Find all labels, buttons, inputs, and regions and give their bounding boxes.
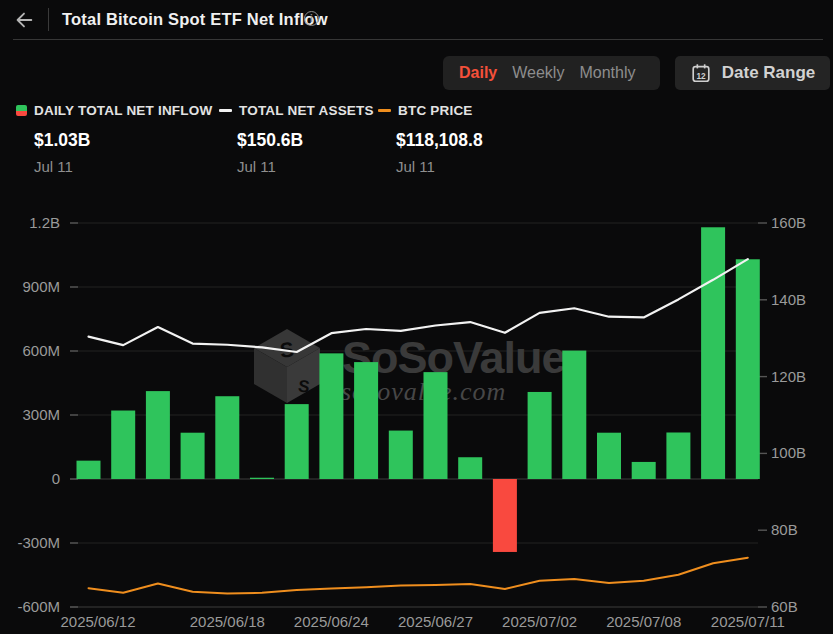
right-axis-tick: 160B	[771, 214, 806, 231]
x-axis-tick: 2025/07/08	[606, 613, 681, 630]
x-axis-labels: 2025/06/122025/06/182025/06/242025/06/27…	[60, 613, 784, 630]
watermark-logo-letter: S	[297, 376, 311, 396]
inflow-bar[interactable]	[493, 479, 517, 552]
right-axis-tick: 100B	[771, 444, 806, 461]
inflow-bar[interactable]	[111, 411, 135, 479]
inflow-bar[interactable]	[250, 478, 274, 479]
left-axis-tick: 0	[52, 470, 60, 487]
x-axis-tick: 2025/06/18	[190, 613, 265, 630]
inflow-bar[interactable]	[389, 431, 413, 479]
inflow-bar[interactable]	[632, 462, 656, 479]
inflow-bar[interactable]	[146, 391, 170, 479]
inflow-bar[interactable]	[354, 362, 378, 479]
inflow-bar[interactable]	[77, 461, 101, 479]
left-axis-tick: 1.2B	[29, 214, 60, 231]
inflow-bar[interactable]	[528, 392, 552, 479]
inflow-bar[interactable]	[701, 227, 725, 479]
left-axis-tick: -300M	[17, 534, 60, 551]
btc-price-line[interactable]	[89, 558, 748, 594]
inflow-bar[interactable]	[562, 351, 586, 479]
right-axis-tick: 140B	[771, 291, 806, 308]
inflow-bar[interactable]	[666, 432, 690, 479]
inflow-bar[interactable]	[597, 433, 621, 479]
sosovalue-watermark: SSSoSoValuesosovalue.com	[254, 329, 566, 406]
bitcoin-etf-chart: 1.2B900M600M300M0-300M-600M160B140B120B1…	[0, 0, 833, 634]
inflow-bar[interactable]	[424, 372, 448, 479]
inflow-bar[interactable]	[458, 457, 482, 479]
left-axis-tick: 900M	[22, 278, 60, 295]
right-axis-tick: 80B	[771, 521, 798, 538]
left-axis-tick: 300M	[22, 406, 60, 423]
inflow-bar[interactable]	[215, 396, 239, 479]
x-axis-tick: 2025/07/11	[711, 613, 785, 630]
right-axis-tick: 120B	[771, 368, 806, 385]
inflow-bar[interactable]	[181, 433, 205, 479]
left-axis-tick: 600M	[22, 342, 60, 359]
gridlines: 1.2B900M600M300M0-300M-600M160B140B120B1…	[17, 214, 806, 615]
inflow-bar[interactable]	[285, 404, 309, 479]
x-axis-tick: 2025/06/27	[398, 613, 473, 630]
x-axis-tick: 2025/06/12	[60, 613, 135, 630]
x-axis-tick: 2025/06/24	[294, 613, 369, 630]
inflow-bar[interactable]	[736, 259, 760, 479]
inflow-bar[interactable]	[319, 353, 343, 479]
x-axis-tick: 2025/07/02	[502, 613, 577, 630]
left-axis-tick: -600M	[17, 598, 60, 615]
